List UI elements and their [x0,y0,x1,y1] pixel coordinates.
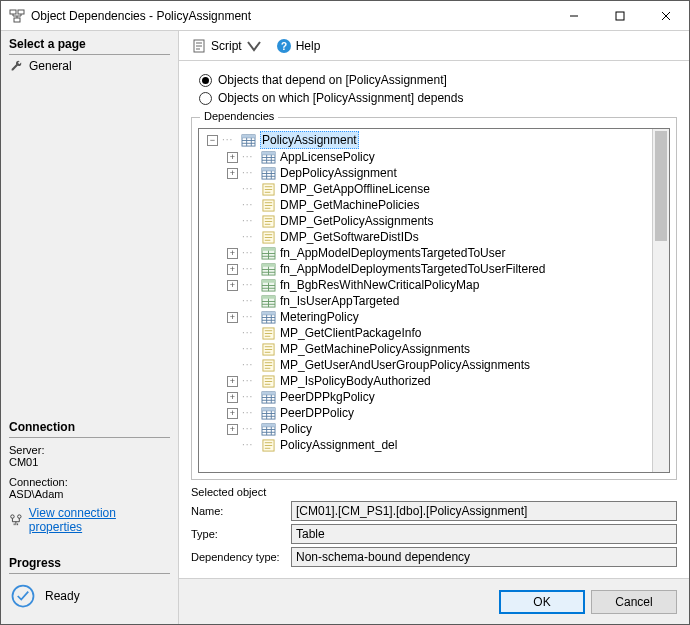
tree-connector: ··· [242,261,260,277]
radio-depends-by[interactable]: Objects on which [PolicyAssignment] depe… [199,91,677,105]
tree-node[interactable]: ···fn_IsUserAppTargeted [201,293,650,309]
view-connection-link[interactable]: View connection properties [29,506,170,534]
expand-icon[interactable]: + [227,264,238,275]
close-button[interactable] [643,1,689,30]
tree-node[interactable]: +···fn_AppModelDeploymentsTargetedToUser… [201,261,650,277]
script-dropdown[interactable]: Script [187,36,266,56]
tree-node[interactable]: +···MP_IsPolicyBodyAuthorized [201,373,650,389]
selected-object-area: Selected object Name: [CM01].[CM_PS1].[d… [191,486,677,570]
radio-icon [199,92,212,105]
tree-node-label: fn_BgbResWithNewCriticalPolicyMap [280,277,479,293]
tree-node-label: fn_AppModelDeploymentsTargetedToUser [280,245,505,261]
tree-node-label: DMP_GetMachinePolicies [280,197,419,213]
svg-rect-69 [262,295,275,298]
tree-node[interactable]: +···AppLicensePolicy [201,149,650,165]
expand-spacer [227,344,238,355]
page-general[interactable]: General [9,57,170,75]
tree-node[interactable]: −···PolicyAssignment [201,131,650,149]
expand-spacer [227,360,238,371]
tree-node[interactable]: ···MP_GetClientPackageInfo [201,325,650,341]
svg-rect-4 [616,12,624,20]
select-page-heading: Select a page [9,35,170,55]
tree-node[interactable]: +···fn_AppModelDeploymentsTargetedToUser [201,245,650,261]
left-pane: Select a page General Connection Server:… [1,31,179,624]
tree-connector: ··· [242,293,260,309]
scroll-thumb[interactable] [655,131,667,241]
tree-connector: ··· [242,325,260,341]
tree-node[interactable]: +···MeteringPolicy [201,309,650,325]
proc-icon [260,214,276,228]
proc-icon [260,326,276,340]
tree-node[interactable]: ···PolicyAssignment_del [201,437,650,453]
table-icon [260,150,276,164]
expand-spacer [227,328,238,339]
window-buttons [551,1,689,30]
expand-icon[interactable]: + [227,152,238,163]
tree-node[interactable]: ···DMP_GetPolicyAssignments [201,213,650,229]
dependency-tree[interactable]: −···PolicyAssignment+···AppLicensePolicy… [199,129,652,472]
radio-depends-by-label: Objects on which [PolicyAssignment] depe… [218,91,463,105]
func-icon [260,278,276,292]
type-field[interactable]: Table [291,524,677,544]
svg-rect-36 [262,167,275,170]
table-icon [260,166,276,180]
proc-icon [260,374,276,388]
right-pane: Script ? Help Objects that depend on [Po… [179,31,689,624]
tree-node[interactable]: ···MP_GetUserAndUserGroupPolicyAssignmen… [201,357,650,373]
proc-icon [260,438,276,452]
tree-node-label: DMP_GetAppOfflineLicense [280,181,430,197]
expand-icon[interactable]: + [227,248,238,259]
expand-icon[interactable]: + [227,408,238,419]
titlebar: Object Dependencies - PolicyAssignment [1,1,689,31]
expand-icon[interactable]: + [227,168,238,179]
tree-connector: ··· [242,373,260,389]
svg-point-7 [11,515,14,518]
tree-node-label: DMP_GetSoftwareDistIDs [280,229,419,245]
func-icon [260,262,276,276]
dialog-window: Object Dependencies - PolicyAssignment S… [0,0,690,625]
tree-connector: ··· [242,197,260,213]
tree-node[interactable]: +···PeerDPPolicy [201,405,650,421]
svg-point-9 [13,586,34,607]
collapse-icon[interactable]: − [207,135,218,146]
help-button[interactable]: ? Help [272,36,325,56]
radio-depends-on-label: Objects that depend on [PolicyAssignment… [218,73,447,87]
svg-rect-29 [262,151,275,154]
name-field[interactable]: [CM01].[CM_PS1].[dbo].[PolicyAssignment] [291,501,677,521]
tree-connector: ··· [242,389,260,405]
expand-icon[interactable]: + [227,376,238,387]
tree-node[interactable]: ···DMP_GetAppOfflineLicense [201,181,650,197]
minimize-button[interactable] [551,1,597,30]
ready-icon [9,582,37,610]
cancel-button[interactable]: Cancel [591,590,677,614]
expand-icon[interactable]: + [227,280,238,291]
connection-value: ASD\Adam [9,488,170,500]
page-general-label: General [29,59,72,73]
tree-connector: ··· [242,341,260,357]
tree-node[interactable]: ···MP_GetMachinePolicyAssignments [201,341,650,357]
ok-button[interactable]: OK [499,590,585,614]
tree-node-label: MP_GetUserAndUserGroupPolicyAssignments [280,357,530,373]
tree-node[interactable]: ···DMP_GetSoftwareDistIDs [201,229,650,245]
scrollbar[interactable] [652,129,669,472]
svg-rect-59 [262,263,275,266]
tree-node[interactable]: +···fn_BgbResWithNewCriticalPolicyMap [201,277,650,293]
tree-node-label: PeerDPPolicy [280,405,354,421]
svg-rect-109 [262,407,275,410]
tree-node[interactable]: ···DMP_GetMachinePolicies [201,197,650,213]
expand-icon[interactable]: + [227,392,238,403]
maximize-button[interactable] [597,1,643,30]
expand-icon[interactable]: + [227,312,238,323]
toolbar: Script ? Help [179,31,689,61]
tree-connector: ··· [242,357,260,373]
tree-node[interactable]: +···PeerDPPkgPolicy [201,389,650,405]
svg-rect-2 [14,18,20,22]
tree-node[interactable]: +···DepPolicyAssignment [201,165,650,181]
tree-node[interactable]: +···Policy [201,421,650,437]
dependency-type-field[interactable]: Non-schema-bound dependency [291,547,677,567]
tree-node-label: fn_IsUserAppTargeted [280,293,399,309]
view-connection-properties[interactable]: View connection properties [9,504,170,536]
radio-depends-on[interactable]: Objects that depend on [PolicyAssignment… [199,73,677,87]
expand-icon[interactable]: + [227,424,238,435]
chevron-down-icon [246,38,262,54]
